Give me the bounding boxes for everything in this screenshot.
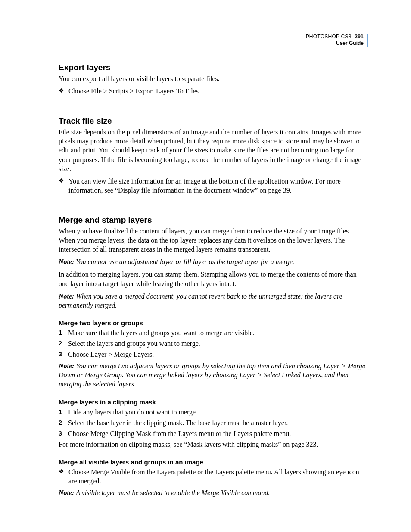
clipping-after: For more information on clipping masks, … — [59, 440, 368, 449]
step-number: 2 — [59, 418, 64, 427]
merge-two-note: Note: You can merge two adjacent layers … — [59, 361, 368, 389]
list-item: 1 Hide any layers that you do not want t… — [59, 408, 368, 417]
note-text: You can merge two adjacent layers or gro… — [59, 362, 365, 388]
note-label: Note: — [59, 362, 74, 370]
note-text: A visible layer must be selected to enab… — [76, 489, 270, 496]
note-label: Note: — [59, 258, 74, 265]
page: PHOTOSHOP CS3 291 User Guide Export laye… — [0, 0, 411, 532]
list-item: 3 Choose Layer > Merge Layers. — [59, 350, 368, 359]
page-number: 291 — [355, 34, 364, 40]
subheading-merge-two: Merge two layers or groups — [59, 319, 368, 327]
heading-track-file-size: Track file size — [59, 116, 368, 126]
step-number: 1 — [59, 328, 64, 337]
merge-visible-note: Note: A visible layer must be selected t… — [59, 488, 368, 497]
running-header: PHOTOSHOP CS3 291 User Guide — [306, 34, 368, 47]
step-text: Select the layers and groups you want to… — [68, 339, 368, 348]
step-number: 1 — [59, 408, 64, 416]
export-body: You can export all layers or visible lay… — [59, 74, 368, 83]
note-label: Note: — [59, 292, 74, 300]
merge-note-1: Note: You cannot use an adjustment layer… — [59, 257, 368, 266]
track-bullet-text: You can view file size information for a… — [68, 177, 368, 195]
step-number: 3 — [59, 350, 64, 358]
product-name: PHOTOSHOP CS3 — [306, 34, 352, 40]
list-item: 3 Choose Merge Clipping Mask from the La… — [59, 429, 368, 438]
step-text: Choose Merge Clipping Mask from the Laye… — [68, 429, 368, 438]
step-number: 3 — [59, 429, 64, 438]
header-line-1: PHOTOSHOP CS3 291 — [306, 34, 368, 40]
step-text: Choose Layer > Merge Layers. — [68, 350, 368, 359]
content-area: Export layers You can export all layers … — [59, 34, 368, 497]
track-body: File size depends on the pixel dimension… — [59, 128, 368, 173]
subheading-merge-visible: Merge all visible layers and groups in a… — [59, 458, 368, 466]
list-item: 2 Select the layers and groups you want … — [59, 339, 368, 348]
export-bullet-row: ❖ Choose File > Scripts > Export Layers … — [59, 87, 368, 96]
heading-merge-stamp: Merge and stamp layers — [59, 215, 368, 225]
list-item: 1 Make sure that the layers and groups y… — [59, 328, 368, 337]
note-text: When you save a merged document, you can… — [59, 292, 342, 309]
merge-p2: In addition to merging layers, you can s… — [59, 270, 368, 288]
merge-visible-text: Choose Merge Visible from the Layers pal… — [68, 467, 368, 485]
note-label: Note: — [59, 489, 74, 496]
track-bullet-row: ❖ You can view file size information for… — [59, 177, 368, 195]
merge-visible-bullet: ❖ Choose Merge Visible from the Layers p… — [59, 467, 368, 485]
export-bullet-text: Choose File > Scripts > Export Layers To… — [68, 87, 368, 96]
diamond-bullet-icon: ❖ — [59, 467, 64, 476]
step-text: Make sure that the layers and groups you… — [68, 328, 368, 337]
heading-export-layers: Export layers — [59, 63, 368, 72]
diamond-bullet-icon: ❖ — [59, 87, 64, 95]
merge-note-2: Note: When you save a merged document, y… — [59, 292, 368, 310]
diamond-bullet-icon: ❖ — [59, 177, 64, 185]
merge-p1: When you have finalized the content of l… — [59, 227, 368, 254]
step-number: 2 — [59, 339, 64, 348]
header-line-2: User Guide — [336, 40, 368, 47]
note-text: You cannot use an adjustment layer or fi… — [76, 258, 294, 265]
list-item: 2 Select the base layer in the clipping … — [59, 418, 368, 427]
step-text: Select the base layer in the clipping ma… — [68, 418, 368, 427]
subheading-clipping-mask: Merge layers in a clipping mask — [59, 398, 368, 406]
step-text: Hide any layers that you do not want to … — [68, 408, 368, 417]
